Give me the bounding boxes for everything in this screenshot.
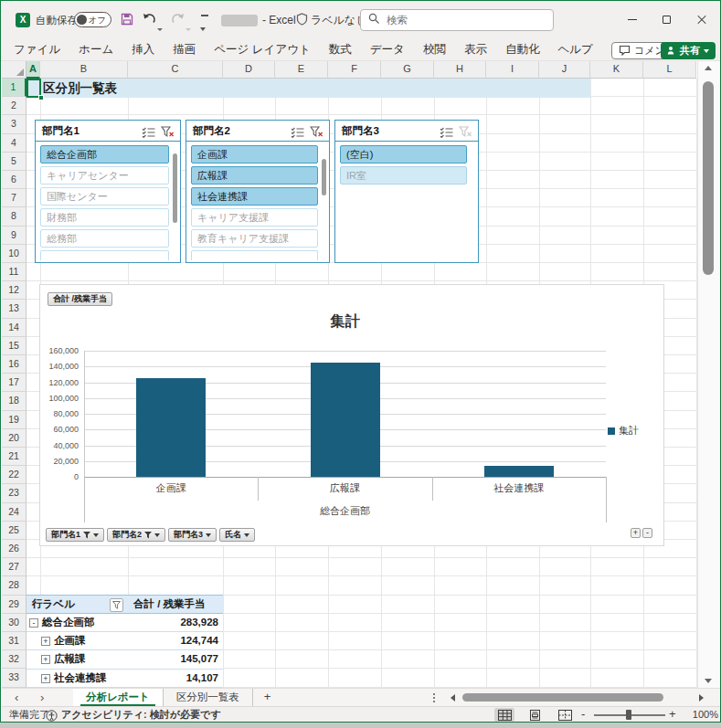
normal-view-button[interactable] <box>494 708 514 722</box>
slicer-item-selnd[interactable]: IR室 <box>340 166 467 185</box>
row-header-6[interactable]: 6 <box>2 171 27 189</box>
row-header-23[interactable]: 23 <box>2 484 27 502</box>
axis-field-button-部門名3[interactable]: 部門名3 <box>168 528 217 542</box>
slicer-item-uns[interactable]: 教育キャリア支援課 <box>191 229 318 248</box>
add-sheet-button[interactable]: + <box>253 689 282 706</box>
row-header-1[interactable]: 1 <box>2 79 27 97</box>
sheet-tab-1[interactable]: 分析レポート <box>73 689 164 706</box>
row-header-3[interactable]: 3 <box>2 115 27 133</box>
slicer-item-uns[interactable]: キャリア支援課 <box>191 208 318 227</box>
next-sheet-icon[interactable]: › <box>40 689 44 706</box>
axis-field-button-部門名2[interactable]: 部門名2 <box>107 528 165 542</box>
expand-icon[interactable]: + <box>41 655 50 664</box>
sensitivity-shield-icon[interactable] <box>296 13 308 29</box>
share-button[interactable]: 共有 <box>661 42 716 59</box>
undo-dropdown-icon[interactable] <box>157 18 163 35</box>
axis-field-button-部門名1[interactable]: 部門名1 <box>46 528 104 542</box>
slicer-item-sel[interactable]: 企画課 <box>191 145 318 164</box>
quick-access-more-icon[interactable] <box>200 15 208 35</box>
row-header-11[interactable]: 11 <box>2 263 27 281</box>
row-header-25[interactable]: 25 <box>2 522 27 540</box>
row-header-20[interactable]: 20 <box>2 429 27 448</box>
row-header-28[interactable]: 28 <box>2 576 27 595</box>
row-header-21[interactable]: 21 <box>2 448 27 466</box>
slicer-item-uns[interactable]: 総務部 <box>40 229 169 248</box>
row-header-7[interactable]: 7 <box>2 189 27 207</box>
minimize-button[interactable] <box>614 1 651 37</box>
ribbon-tab-7[interactable]: データ <box>361 39 414 61</box>
row-header-19[interactable]: 19 <box>2 411 27 429</box>
tabbar-overflow-icon[interactable] <box>433 691 435 704</box>
collapse-icon[interactable]: - <box>29 618 38 628</box>
page-break-view-button[interactable] <box>555 708 575 722</box>
column-header-B[interactable]: B <box>40 61 128 79</box>
slicer-item-sel[interactable]: 総合企画部 <box>40 145 169 164</box>
save-icon[interactable] <box>121 13 133 29</box>
pivot-row-header-cell[interactable]: 行ラベル <box>27 595 128 614</box>
slicer-header[interactable]: 部門名3 <box>335 121 478 142</box>
row-header-30[interactable]: 30 <box>2 614 27 632</box>
pivot-row-label[interactable]: +企画課 <box>41 632 86 650</box>
pivot-row-label[interactable]: +社会連携課 <box>41 670 107 688</box>
zoom-out-icon[interactable]: - <box>581 707 585 722</box>
page-layout-view-button[interactable] <box>525 708 545 722</box>
row-header-8[interactable]: 8 <box>2 207 27 226</box>
maximize-button[interactable] <box>648 1 684 37</box>
hscroll-left-icon[interactable] <box>451 694 455 702</box>
row-header-17[interactable]: 17 <box>2 374 27 392</box>
row-header-15[interactable]: 15 <box>2 337 27 355</box>
column-header-I[interactable]: I <box>486 61 539 79</box>
pivot-row-label[interactable]: -総合企画部 <box>29 614 95 632</box>
ribbon-tab-9[interactable]: 表示 <box>455 39 496 61</box>
column-header-C[interactable]: C <box>128 61 223 79</box>
ribbon-tab-3[interactable]: 挿入 <box>122 39 164 61</box>
prev-sheet-icon[interactable]: ‹ <box>15 689 18 706</box>
multiselect-icon[interactable] <box>142 125 155 142</box>
row-header-31[interactable]: 31 <box>2 632 27 650</box>
column-header-L[interactable]: L <box>643 61 696 79</box>
row-header-10[interactable]: 10 <box>2 245 27 263</box>
bar-企画課[interactable] <box>136 378 206 477</box>
column-header-J[interactable]: J <box>539 61 590 79</box>
chart-title[interactable]: 集計 <box>84 312 606 332</box>
slicer-item-uns[interactable]: 国際センター <box>40 187 169 206</box>
axis-field-button-氏名[interactable]: 氏名 <box>219 528 255 542</box>
slicer-scrollbar-thumb[interactable] <box>322 159 326 195</box>
row-header-2[interactable]: 2 <box>2 97 27 115</box>
hscroll-right-icon[interactable] <box>699 694 704 702</box>
sensitivity-label[interactable]: ラベルなし <box>311 13 366 27</box>
slicer-item-sel[interactable]: (空白) <box>340 145 467 164</box>
row-header-16[interactable]: 16 <box>2 355 27 374</box>
accessibility-status[interactable]: アクセシビリティ: 検討が必要です <box>61 707 221 723</box>
row-header-27[interactable]: 27 <box>2 558 27 576</box>
slicer-header[interactable]: 部門名2 <box>186 121 329 142</box>
slicer-item-sel[interactable]: 広報課 <box>191 166 318 185</box>
slicer-header[interactable]: 部門名1 <box>36 121 180 142</box>
bar-広報課[interactable] <box>311 363 380 477</box>
row-header-26[interactable]: 26 <box>2 540 27 558</box>
zoom-level[interactable]: 100% <box>684 707 718 723</box>
close-button[interactable] <box>684 1 720 37</box>
row-header-18[interactable]: 18 <box>2 392 27 410</box>
column-header-K[interactable]: K <box>590 61 643 79</box>
row-header-29[interactable]: 29 <box>2 596 27 614</box>
fill-handle[interactable] <box>38 95 44 100</box>
title-cell-band[interactable]: 区分別一覧表 <box>27 79 590 98</box>
expand-icon[interactable]: + <box>41 637 50 646</box>
scroll-up-icon[interactable] <box>705 66 712 70</box>
zoom-slider-handle[interactable] <box>626 710 631 720</box>
undo-icon[interactable] <box>143 13 156 29</box>
column-header-D[interactable]: D <box>223 61 275 79</box>
column-header-F[interactable]: F <box>328 61 381 79</box>
clear-filter-icon[interactable] <box>310 125 323 142</box>
chart-collapse-button[interactable]: - <box>642 528 652 538</box>
row-label-filter-icon[interactable] <box>110 598 123 612</box>
pivot-value-header-cell[interactable]: 合計 / 残業手当 <box>128 595 223 614</box>
chart-expand-button[interactable]: + <box>631 528 641 538</box>
row-header-22[interactable]: 22 <box>2 466 27 484</box>
row-header-12[interactable]: 12 <box>2 281 27 300</box>
expand-icon[interactable]: + <box>41 674 50 683</box>
scroll-down-icon[interactable] <box>705 679 712 683</box>
zoom-in-icon[interactable]: + <box>669 707 676 722</box>
ribbon-tab-2[interactable]: ホーム <box>69 39 122 61</box>
